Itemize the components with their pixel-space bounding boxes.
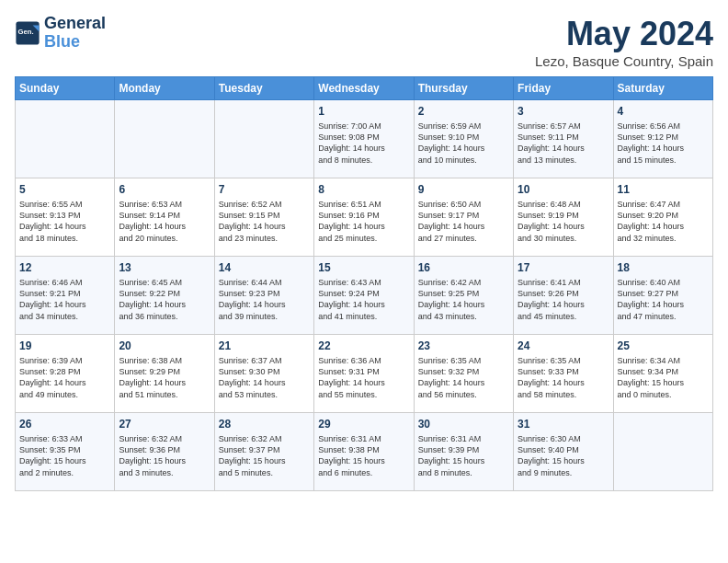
day-number: 20 <box>119 339 210 353</box>
title-block: May 2024 Lezo, Basque Country, Spain <box>535 15 713 69</box>
calendar-cell: 7Sunrise: 6:52 AM Sunset: 9:15 PM Daylig… <box>214 178 313 257</box>
calendar-week-row: 19Sunrise: 6:39 AM Sunset: 9:28 PM Dayli… <box>16 335 713 413</box>
calendar-cell <box>115 100 214 178</box>
cell-content: Sunrise: 6:32 AM Sunset: 9:36 PM Dayligh… <box>119 433 210 478</box>
logo: Gen. General Blue <box>15 15 106 52</box>
calendar-cell: 21Sunrise: 6:37 AM Sunset: 9:30 PM Dayli… <box>214 335 313 413</box>
day-number: 7 <box>219 182 310 197</box>
cell-content: Sunrise: 6:46 AM Sunset: 9:21 PM Dayligh… <box>19 277 110 322</box>
location: Lezo, Basque Country, Spain <box>535 53 713 69</box>
calendar-cell: 26Sunrise: 6:33 AM Sunset: 9:35 PM Dayli… <box>16 413 115 491</box>
cell-content: Sunrise: 6:31 AM Sunset: 9:39 PM Dayligh… <box>418 433 509 478</box>
day-number: 3 <box>518 104 609 119</box>
cell-content: Sunrise: 6:50 AM Sunset: 9:17 PM Dayligh… <box>418 199 509 244</box>
day-number: 29 <box>318 417 409 431</box>
calendar-cell: 27Sunrise: 6:32 AM Sunset: 9:36 PM Dayli… <box>115 413 214 491</box>
calendar-cell: 24Sunrise: 6:35 AM Sunset: 9:33 PM Dayli… <box>514 335 613 413</box>
day-number: 31 <box>518 417 609 431</box>
cell-content: Sunrise: 6:59 AM Sunset: 9:10 PM Dayligh… <box>418 121 509 166</box>
cell-content: Sunrise: 6:47 AM Sunset: 9:20 PM Dayligh… <box>618 199 709 244</box>
logo-icon: Gen. <box>15 20 40 46</box>
calendar-cell: 2Sunrise: 6:59 AM Sunset: 9:10 PM Daylig… <box>414 100 513 178</box>
cell-content: Sunrise: 6:43 AM Sunset: 9:24 PM Dayligh… <box>318 277 409 322</box>
calendar-cell: 5Sunrise: 6:55 AM Sunset: 9:13 PM Daylig… <box>16 178 115 257</box>
day-number: 11 <box>618 182 709 197</box>
calendar-cell <box>16 100 115 178</box>
day-number: 4 <box>618 104 709 119</box>
cell-content: Sunrise: 6:39 AM Sunset: 9:28 PM Dayligh… <box>19 355 110 400</box>
day-of-week-header: Sunday <box>16 77 115 100</box>
cell-content: Sunrise: 6:36 AM Sunset: 9:31 PM Dayligh… <box>318 355 409 400</box>
calendar-week-row: 12Sunrise: 6:46 AM Sunset: 9:21 PM Dayli… <box>16 257 713 335</box>
calendar-cell: 25Sunrise: 6:34 AM Sunset: 9:34 PM Dayli… <box>613 335 712 413</box>
day-of-week-header: Saturday <box>613 77 712 100</box>
calendar-cell: 20Sunrise: 6:38 AM Sunset: 9:29 PM Dayli… <box>115 335 214 413</box>
day-number: 13 <box>119 260 210 275</box>
calendar-table: SundayMondayTuesdayWednesdayThursdayFrid… <box>15 76 713 491</box>
day-number: 30 <box>418 417 509 431</box>
calendar-cell: 10Sunrise: 6:48 AM Sunset: 9:19 PM Dayli… <box>514 178 613 257</box>
cell-content: Sunrise: 6:48 AM Sunset: 9:19 PM Dayligh… <box>518 199 609 244</box>
cell-content: Sunrise: 6:38 AM Sunset: 9:29 PM Dayligh… <box>119 355 210 400</box>
calendar-cell: 8Sunrise: 6:51 AM Sunset: 9:16 PM Daylig… <box>314 178 414 257</box>
svg-text:Gen.: Gen. <box>18 28 34 36</box>
day-of-week-header: Wednesday <box>314 77 414 100</box>
day-number: 23 <box>418 339 509 353</box>
cell-content: Sunrise: 6:55 AM Sunset: 9:13 PM Dayligh… <box>19 199 110 244</box>
cell-content: Sunrise: 6:51 AM Sunset: 9:16 PM Dayligh… <box>318 199 409 244</box>
cell-content: Sunrise: 6:35 AM Sunset: 9:33 PM Dayligh… <box>518 355 609 400</box>
calendar-cell: 12Sunrise: 6:46 AM Sunset: 9:21 PM Dayli… <box>16 257 115 335</box>
cell-content: Sunrise: 6:37 AM Sunset: 9:30 PM Dayligh… <box>219 355 310 400</box>
logo-line1: General <box>44 15 106 33</box>
cell-content: Sunrise: 6:41 AM Sunset: 9:26 PM Dayligh… <box>518 277 609 322</box>
day-number: 18 <box>618 260 709 275</box>
day-number: 10 <box>518 182 609 197</box>
cell-content: Sunrise: 6:56 AM Sunset: 9:12 PM Dayligh… <box>618 121 709 166</box>
day-number: 9 <box>418 182 509 197</box>
logo-line2: Blue <box>44 32 80 51</box>
day-number: 21 <box>219 339 310 353</box>
day-number: 25 <box>618 339 709 353</box>
calendar-cell: 30Sunrise: 6:31 AM Sunset: 9:39 PM Dayli… <box>414 413 513 491</box>
calendar-cell: 28Sunrise: 6:32 AM Sunset: 9:37 PM Dayli… <box>214 413 313 491</box>
calendar-cell: 19Sunrise: 6:39 AM Sunset: 9:28 PM Dayli… <box>16 335 115 413</box>
day-number: 22 <box>318 339 409 353</box>
calendar-week-row: 26Sunrise: 6:33 AM Sunset: 9:35 PM Dayli… <box>16 413 713 491</box>
page-header: Gen. General Blue May 2024 Lezo, Basque … <box>15 15 713 69</box>
day-of-week-header: Thursday <box>414 77 513 100</box>
day-of-week-header: Monday <box>115 77 214 100</box>
cell-content: Sunrise: 6:52 AM Sunset: 9:15 PM Dayligh… <box>219 199 310 244</box>
cell-content: Sunrise: 6:32 AM Sunset: 9:37 PM Dayligh… <box>219 433 310 478</box>
calendar-cell: 11Sunrise: 6:47 AM Sunset: 9:20 PM Dayli… <box>613 178 712 257</box>
day-number: 28 <box>219 417 310 431</box>
day-number: 1 <box>318 104 409 119</box>
calendar-cell: 17Sunrise: 6:41 AM Sunset: 9:26 PM Dayli… <box>514 257 613 335</box>
calendar-cell: 6Sunrise: 6:53 AM Sunset: 9:14 PM Daylig… <box>115 178 214 257</box>
cell-content: Sunrise: 6:31 AM Sunset: 9:38 PM Dayligh… <box>318 433 409 478</box>
calendar-cell: 16Sunrise: 6:42 AM Sunset: 9:25 PM Dayli… <box>414 257 513 335</box>
cell-content: Sunrise: 6:34 AM Sunset: 9:34 PM Dayligh… <box>618 355 709 400</box>
cell-content: Sunrise: 6:57 AM Sunset: 9:11 PM Dayligh… <box>518 121 609 166</box>
calendar-cell: 9Sunrise: 6:50 AM Sunset: 9:17 PM Daylig… <box>414 178 513 257</box>
calendar-week-row: 5Sunrise: 6:55 AM Sunset: 9:13 PM Daylig… <box>16 178 713 257</box>
cell-content: Sunrise: 6:53 AM Sunset: 9:14 PM Dayligh… <box>119 199 210 244</box>
calendar-cell <box>613 413 712 491</box>
calendar-cell: 29Sunrise: 6:31 AM Sunset: 9:38 PM Dayli… <box>314 413 414 491</box>
cell-content: Sunrise: 6:30 AM Sunset: 9:40 PM Dayligh… <box>518 433 609 478</box>
cell-content: Sunrise: 6:42 AM Sunset: 9:25 PM Dayligh… <box>418 277 509 322</box>
calendar-cell: 31Sunrise: 6:30 AM Sunset: 9:40 PM Dayli… <box>514 413 613 491</box>
cell-content: Sunrise: 6:40 AM Sunset: 9:27 PM Dayligh… <box>618 277 709 322</box>
cell-content: Sunrise: 6:35 AM Sunset: 9:32 PM Dayligh… <box>418 355 509 400</box>
calendar-cell: 3Sunrise: 6:57 AM Sunset: 9:11 PM Daylig… <box>514 100 613 178</box>
day-of-week-header: Friday <box>514 77 613 100</box>
days-of-week-row: SundayMondayTuesdayWednesdayThursdayFrid… <box>16 77 713 100</box>
day-number: 14 <box>219 260 310 275</box>
calendar-week-row: 1Sunrise: 7:00 AM Sunset: 9:08 PM Daylig… <box>16 100 713 178</box>
calendar-cell: 15Sunrise: 6:43 AM Sunset: 9:24 PM Dayli… <box>314 257 414 335</box>
calendar-body: 1Sunrise: 7:00 AM Sunset: 9:08 PM Daylig… <box>16 100 713 491</box>
calendar-cell: 23Sunrise: 6:35 AM Sunset: 9:32 PM Dayli… <box>414 335 513 413</box>
calendar-header: SundayMondayTuesdayWednesdayThursdayFrid… <box>16 77 713 100</box>
day-number: 19 <box>19 339 110 353</box>
day-number: 27 <box>119 417 210 431</box>
calendar-cell: 18Sunrise: 6:40 AM Sunset: 9:27 PM Dayli… <box>613 257 712 335</box>
